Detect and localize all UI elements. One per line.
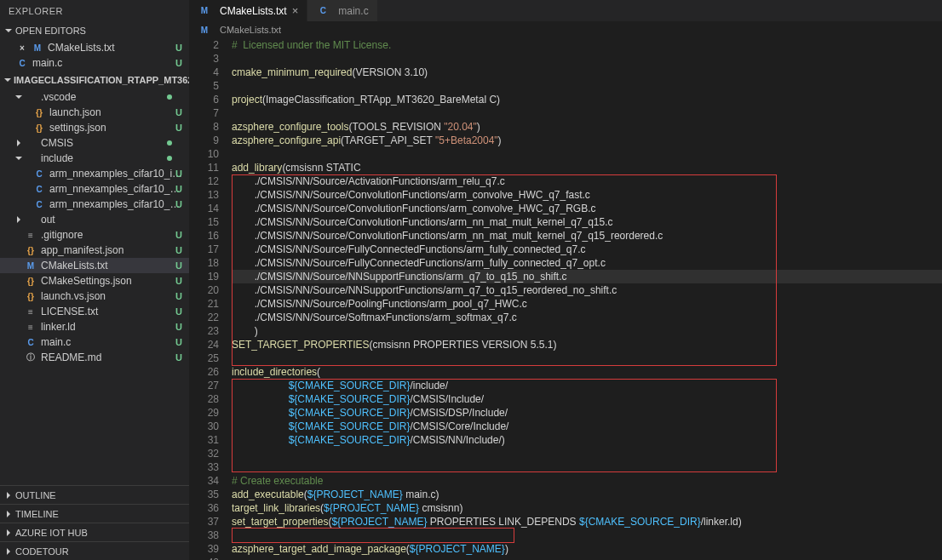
git-status: U bbox=[175, 230, 182, 240]
code-line[interactable]: ./CMSIS/NN/Source/FullyConnectedFunction… bbox=[232, 243, 942, 256]
code-line[interactable]: azsphere_configure_tools(TOOLS_REVISION … bbox=[232, 120, 942, 134]
tree-item[interactable]: ≡LICENSE.txtU bbox=[0, 304, 189, 319]
code-line[interactable]: ${CMAKE_SOURCE_DIR}/CMSIS/Include/ bbox=[232, 392, 942, 406]
line-number: 19 bbox=[189, 270, 219, 283]
tree-item[interactable]: {}launch.vs.jsonU bbox=[0, 289, 189, 304]
code-line[interactable]: # Create executable bbox=[232, 474, 942, 488]
code-line[interactable]: ${CMAKE_SOURCE_DIR}/CMSIS/NN/Include/) bbox=[232, 433, 942, 447]
close-icon[interactable]: × bbox=[15, 41, 29, 54]
breadcrumb[interactable]: M CMakeLists.txt bbox=[189, 21, 942, 38]
code-line[interactable]: azsphere_target_add_image_package(${PROJ… bbox=[232, 542, 942, 556]
tree-item[interactable]: {}settings.jsonU bbox=[0, 120, 189, 135]
code-line[interactable]: azsphere_configure_api(TARGET_API_SET "5… bbox=[232, 134, 942, 147]
code-line[interactable]: ${CMAKE_SOURCE_DIR}/CMSIS/DSP/Include/ bbox=[232, 406, 942, 420]
code-line[interactable]: ./CMSIS/NN/Source/ConvolutionFunctions/a… bbox=[232, 202, 942, 215]
code-line[interactable]: project(ImageClassification_RTApp_MT3620… bbox=[232, 93, 942, 106]
file-name: CMakeSettings.json bbox=[41, 275, 184, 287]
tree-item[interactable]: Carm_nnexamples_cifar10_inpu...U bbox=[0, 166, 189, 181]
code-content[interactable]: # Licensed under the MIT License. cmake_… bbox=[232, 38, 942, 560]
tree-item[interactable]: Cmain.cU bbox=[0, 334, 189, 350]
file-type-icon: C bbox=[32, 197, 46, 211]
open-editor-item[interactable]: Cmain.cU bbox=[0, 55, 189, 71]
code-line[interactable]: ./CMSIS/NN/Source/ConvolutionFunctions/a… bbox=[232, 215, 942, 229]
section-codetour[interactable]: CODETOUR bbox=[0, 541, 189, 560]
line-number: 38 bbox=[189, 529, 219, 542]
tree-item[interactable]: Carm_nnexamples_cifar10_weig...U bbox=[0, 197, 189, 212]
tree-item[interactable]: ⓘREADME.mdU bbox=[0, 350, 189, 365]
code-line[interactable]: SET_TARGET_PROPERTIES(cmsisnn PROPERTIES… bbox=[232, 338, 942, 351]
file-type-icon: M bbox=[24, 259, 37, 272]
code-line[interactable]: ./CMSIS/NN/Source/SoftmaxFunctions/arm_s… bbox=[232, 311, 942, 324]
code-line[interactable]: ./CMSIS/NN/Source/NNSupportFunctions/arm… bbox=[232, 283, 942, 297]
code-line[interactable]: ./CMSIS/NN/Source/PoolingFunctions/arm_p… bbox=[232, 297, 942, 311]
code-line[interactable]: ${CMAKE_SOURCE_DIR}/include/ bbox=[232, 379, 942, 392]
git-status: U bbox=[175, 58, 182, 68]
code-line[interactable]: ./CMSIS/NN/Source/ConvolutionFunctions/a… bbox=[232, 229, 942, 243]
code-line[interactable] bbox=[232, 147, 942, 161]
code-line[interactable]: ) bbox=[232, 324, 942, 338]
file-name: LICENSE.txt bbox=[41, 306, 184, 317]
tab-main-c[interactable]: Cmain.c bbox=[307, 0, 377, 21]
tree-item[interactable]: Carm_nnexamples_cifar10_para...U bbox=[0, 181, 189, 197]
section-azure-iot-hub[interactable]: AZURE IOT HUB bbox=[0, 523, 189, 541]
code-editor[interactable]: 2345678910111213141516171819202122232425… bbox=[189, 38, 942, 560]
code-line[interactable]: ./CMSIS/NN/Source/NNSupportFunctions/arm… bbox=[232, 270, 942, 283]
code-line[interactable]: ./CMSIS/NN/Source/ConvolutionFunctions/a… bbox=[232, 188, 942, 202]
tree-item[interactable]: ≡linker.ldU bbox=[0, 319, 189, 334]
line-number: 7 bbox=[189, 106, 219, 120]
section-timeline[interactable]: TIMELINE bbox=[0, 504, 189, 523]
file-name: linker.ld bbox=[41, 321, 184, 333]
code-line[interactable]: ./CMSIS/NN/Source/FullyConnectedFunction… bbox=[232, 256, 942, 270]
file-name: README.md bbox=[41, 351, 184, 363]
tree-item[interactable]: {}app_manifest.jsonU bbox=[0, 243, 189, 258]
workspace-header[interactable]: IMAGECLASSIFICATION_RTAPP_MT3620_BA... bbox=[0, 71, 189, 89]
code-line[interactable]: # Licensed under the MIT License. bbox=[232, 38, 942, 52]
tree-item[interactable]: ≡.gitignoreU bbox=[0, 227, 189, 243]
code-line[interactable] bbox=[232, 556, 942, 560]
file-name: out bbox=[41, 214, 184, 226]
file-type-icon: M bbox=[31, 41, 44, 54]
open-editor-item[interactable]: ×MCMakeLists.txtU bbox=[0, 40, 189, 55]
file-type-icon: C bbox=[32, 182, 46, 196]
close-icon[interactable]: × bbox=[292, 4, 299, 17]
tree-item[interactable]: CMSIS bbox=[0, 135, 189, 151]
code-line[interactable]: cmake_minimum_required(VERSION 3.10) bbox=[232, 66, 942, 79]
code-line[interactable]: add_library(cmsisnn STATIC bbox=[232, 161, 942, 174]
file-type-icon: {} bbox=[32, 106, 46, 119]
code-line[interactable] bbox=[232, 52, 942, 66]
code-line[interactable] bbox=[232, 351, 942, 365]
open-editors-header[interactable]: OPEN EDITORS bbox=[0, 21, 189, 40]
tree-item[interactable]: .vscode bbox=[0, 89, 189, 105]
code-line[interactable]: target_link_libraries(${PROJECT_NAME} cm… bbox=[232, 501, 942, 515]
code-line[interactable]: ${CMAKE_SOURCE_DIR}/CMSIS/Core/Include/ bbox=[232, 420, 942, 433]
code-line[interactable] bbox=[232, 106, 942, 120]
tree-item[interactable]: {}launch.jsonU bbox=[0, 105, 189, 120]
file-icon: M bbox=[198, 23, 211, 37]
line-number: 6 bbox=[189, 93, 219, 106]
tree-item[interactable]: {}CMakeSettings.jsonU bbox=[0, 273, 189, 289]
code-line[interactable]: ./CMSIS/NN/Source/ActivationFunctions/ar… bbox=[232, 174, 942, 188]
code-line[interactable]: add_executable(${PROJECT_NAME} main.c) bbox=[232, 488, 942, 501]
line-number: 10 bbox=[189, 147, 219, 161]
section-outline[interactable]: OUTLINE bbox=[0, 485, 189, 504]
file-name: CMSIS bbox=[41, 137, 184, 149]
code-line[interactable] bbox=[232, 79, 942, 93]
tree-item[interactable]: out bbox=[0, 212, 189, 227]
code-line[interactable] bbox=[232, 529, 942, 542]
code-line[interactable] bbox=[232, 447, 942, 460]
tab-CMakeLists-txt[interactable]: MCMakeLists.txt× bbox=[189, 0, 307, 21]
tree-item[interactable]: include bbox=[0, 151, 189, 166]
line-number: 31 bbox=[189, 433, 219, 447]
tree-item[interactable]: MCMakeLists.txtU bbox=[0, 258, 189, 273]
tab-bar: MCMakeLists.txt×Cmain.c bbox=[189, 0, 942, 21]
line-number: 30 bbox=[189, 420, 219, 433]
line-number: 35 bbox=[189, 488, 219, 501]
file-name: arm_nnexamples_cifar10_weig... bbox=[49, 198, 184, 210]
code-line[interactable] bbox=[232, 460, 942, 474]
code-line[interactable]: set_target_properties(${PROJECT_NAME} PR… bbox=[232, 515, 942, 529]
line-number: 29 bbox=[189, 406, 219, 420]
file-type-icon bbox=[24, 136, 37, 150]
file-name: main.c bbox=[32, 57, 184, 69]
code-line[interactable]: include_directories( bbox=[232, 365, 942, 379]
line-number: 2 bbox=[189, 38, 219, 52]
